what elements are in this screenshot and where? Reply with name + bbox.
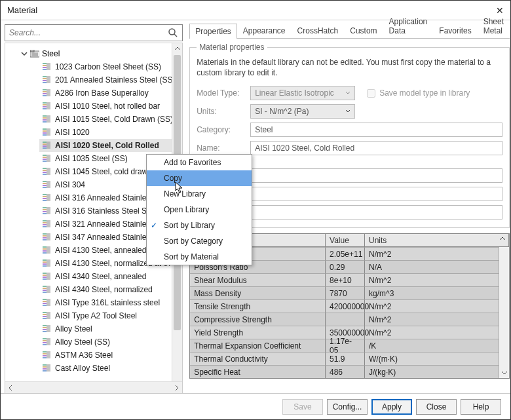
tab-appearance[interactable]: Appearance — [237, 23, 292, 38]
grid-cell-prop: Yield Strength — [190, 326, 326, 339]
tab-properties[interactable]: Properties — [189, 24, 237, 39]
material-icon — [42, 128, 51, 137]
save-model-type-checkbox[interactable]: Save model type in library — [367, 88, 470, 98]
tree-item-label: Alloy Steel — [55, 324, 92, 334]
material-icon — [42, 364, 51, 373]
grid-head-units[interactable]: Units — [365, 234, 509, 246]
chevron-down-icon[interactable] — [501, 370, 508, 377]
scroll-right-icon[interactable] — [173, 385, 180, 391]
material-icon — [42, 351, 51, 360]
tree-item[interactable]: 201 Annealed Stainless Steel (SS) — [39, 73, 182, 86]
menu-sort-by-category[interactable]: Sort by Category — [147, 233, 252, 249]
folder-icon — [30, 50, 39, 58]
tree-item-label: A286 Iron Base Superalloy — [55, 88, 149, 98]
material-icon — [42, 246, 51, 255]
tree-item[interactable]: Cast Alloy Steel — [39, 362, 182, 375]
tree-item[interactable]: ASTM A36 Steel — [39, 349, 182, 362]
tree-group-steel[interactable]: Steel — [21, 47, 182, 60]
svg-line-1 — [174, 34, 177, 37]
search-input[interactable] — [9, 28, 168, 37]
model-type-dropdown[interactable]: Linear Elastic Isotropic — [250, 86, 355, 100]
name-field[interactable]: AISI 1020 Steel, Cold Rolled — [250, 141, 502, 155]
tree-item[interactable]: A286 Iron Base Superalloy — [39, 86, 182, 100]
tab-custom[interactable]: Custom — [344, 23, 383, 38]
tree-item[interactable]: AISI 4340 Steel, normalized — [39, 283, 182, 296]
material-icon — [42, 88, 51, 98]
menu-copy[interactable]: Copy — [147, 170, 252, 186]
grid-cell-value[interactable]: 0.29 — [326, 260, 365, 273]
grid-cell-value[interactable]: 7870 — [326, 286, 365, 299]
scroll-up-icon[interactable] — [174, 46, 181, 51]
grid-head-value[interactable]: Value — [326, 234, 365, 246]
chevron-down-icon — [345, 109, 350, 114]
category-field[interactable]: Steel — [250, 123, 502, 137]
tab-favorites[interactable]: Favorites — [433, 23, 477, 38]
material-icon — [42, 298, 51, 307]
tree-item-label: AISI 4340 Steel, annealed — [55, 272, 146, 281]
grid-cell-value[interactable]: 2.05e+11 — [326, 247, 365, 260]
tab-sheet-metal[interactable]: Sheet Metal — [478, 14, 510, 38]
grid-cell-value[interactable]: 8e+10 — [326, 273, 365, 286]
menu-sort-by-library[interactable]: ✓Sort by Library — [147, 218, 252, 233]
grid-row[interactable]: Tensile Strength420000000N/m^2 — [190, 299, 509, 313]
material-icon — [42, 102, 51, 111]
main-content: Steel 1023 Carbon Steel Sheet (SS)201 An… — [1, 20, 510, 394]
menu-sort-by-material[interactable]: Sort by Material — [147, 249, 252, 265]
grid-row[interactable]: Thermal Conductivity51.9W/(m·K) — [190, 352, 509, 365]
grid-cell-value[interactable] — [326, 313, 365, 326]
grid-cell-unit: N/m^2 — [365, 313, 509, 326]
grid-cell-value[interactable]: 486 — [326, 365, 365, 378]
grid-cell-unit: N/A — [365, 260, 509, 273]
tree-item[interactable]: AISI Type A2 Tool Steel — [39, 309, 182, 322]
tab-application-data[interactable]: Application Data — [383, 14, 434, 38]
grid-row[interactable]: Mass Density7870kg/m^3 — [190, 286, 509, 299]
tree-item-label: AISI 316 Stainless Steel She — [55, 206, 155, 216]
chevron-down-icon[interactable] — [21, 50, 28, 57]
save-button: Save — [282, 399, 323, 415]
material-icon — [42, 233, 51, 242]
grid-row[interactable]: Compressive StrengthN/m^2 — [190, 313, 509, 326]
grid-scrollbar[interactable] — [499, 247, 509, 378]
scroll-left-icon[interactable] — [8, 385, 14, 391]
grid-cell-unit: J/(kg·K) — [365, 365, 509, 378]
tree-hscrollbar[interactable] — [5, 381, 182, 393]
chevron-up-icon[interactable] — [499, 236, 506, 242]
grid-row[interactable]: Thermal Expansion Coefficient1.17e-05/K — [190, 339, 509, 352]
tree-group-label: Steel — [42, 49, 60, 58]
grid-cell-value[interactable]: 1.17e-05 — [326, 339, 365, 352]
tree-item[interactable]: Alloy Steel (SS) — [39, 335, 182, 349]
units-dropdown[interactable]: SI - N/m^2 (Pa) — [250, 104, 355, 119]
tree-item[interactable]: AISI 4340 Steel, annealed — [39, 270, 182, 283]
close-button[interactable]: Close — [416, 399, 457, 415]
search-box[interactable] — [5, 24, 183, 41]
menu-new-library[interactable]: New Library — [147, 186, 252, 202]
tree-item[interactable]: AISI Type 316L stainless steel — [39, 296, 182, 309]
tree-item-label: Cast Alloy Steel — [55, 364, 110, 373]
menu-open-library[interactable]: Open Library — [147, 202, 252, 218]
search-icon[interactable] — [168, 28, 178, 38]
grid-cell-value[interactable]: 51.9 — [326, 352, 365, 365]
material-icon — [42, 206, 51, 216]
help-button[interactable]: Help — [461, 399, 501, 415]
grid-row[interactable]: Shear Modulus8e+10N/m^2 — [190, 273, 509, 286]
tree-item[interactable]: AISI 1015 Steel, Cold Drawn (SS) — [39, 113, 182, 126]
tree-item[interactable]: AISI 1010 Steel, hot rolled bar — [39, 100, 182, 113]
tree-item[interactable]: Alloy Steel — [39, 322, 182, 335]
fieldset-legend: Material properties — [197, 43, 267, 52]
tab-crosshatch[interactable]: CrossHatch — [292, 23, 345, 38]
tree-item-label: AISI 1010 Steel, hot rolled bar — [55, 102, 160, 111]
tree-item[interactable]: AISI 1020 — [39, 126, 182, 139]
tree-item[interactable]: AISI 1020 Steel, Cold Rolled — [39, 139, 182, 152]
config-button[interactable]: Config... — [327, 399, 368, 415]
grid-row[interactable]: Specific Heat486J/(kg·K) — [190, 365, 509, 378]
menu-add-to-favorites[interactable]: Add to Favorites — [147, 155, 252, 170]
tree-item[interactable]: 1023 Carbon Steel Sheet (SS) — [39, 60, 182, 73]
tree-item-label: AISI 1035 Steel (SS) — [55, 154, 128, 163]
tree-item-label: AISI 1020 Steel, Cold Rolled — [55, 141, 159, 150]
tree-item-label: AISI 321 Annealed Stainless — [55, 220, 154, 229]
grid-cell-unit: N/m^2 — [365, 326, 509, 339]
tree-item-label: AISI 1020 — [55, 128, 90, 137]
tree-item-label: AISI 347 Annealed Stainless — [55, 233, 154, 242]
grid-cell-value[interactable]: 420000000 — [326, 299, 365, 313]
apply-button[interactable]: Apply — [371, 399, 412, 415]
